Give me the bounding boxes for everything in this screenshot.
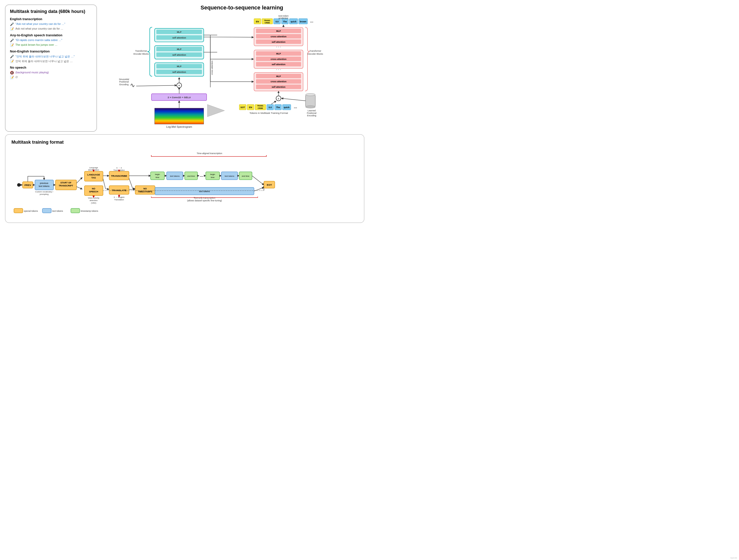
svg-rect-3 bbox=[155, 108, 203, 124]
svg-text:self attention: self attention bbox=[172, 54, 186, 56]
pencil-icon-3: 📝 bbox=[10, 59, 14, 63]
svg-rect-69 bbox=[256, 57, 301, 61]
svg-rect-16 bbox=[155, 63, 203, 76]
svg-rect-75 bbox=[256, 74, 301, 78]
svg-text:detection: detection bbox=[90, 199, 98, 201]
svg-rect-172 bbox=[185, 172, 198, 180]
non-english-row-2: 📝 언덕 위에 올라 내려다보면 너무나 넓고 넓은 … bbox=[10, 59, 92, 63]
svg-text:· · ·: · · · bbox=[177, 58, 181, 62]
bottom-title: Multitask training format bbox=[11, 140, 358, 145]
svg-marker-40 bbox=[207, 104, 225, 117]
svg-rect-61 bbox=[256, 34, 301, 38]
svg-text:special tokens: special tokens bbox=[24, 210, 38, 212]
svg-text:timestamp tokens: timestamp tokens bbox=[81, 210, 99, 212]
svg-text:Text-only transcription: Text-only transcription bbox=[194, 196, 215, 199]
svg-text:0.0: 0.0 bbox=[269, 106, 272, 109]
svg-text:cross attention: cross attention bbox=[271, 58, 287, 60]
svg-rect-59 bbox=[256, 29, 301, 33]
svg-text:Encoder Blocks: Encoder Blocks bbox=[134, 53, 149, 55]
svg-rect-199 bbox=[42, 208, 51, 213]
svg-rect-71 bbox=[256, 62, 301, 66]
seq-diagram: Log-Mel Spectrogram 2 × Conv1D + GELU + … bbox=[100, 13, 364, 132]
svg-text:MLP: MLP bbox=[276, 75, 281, 78]
svg-text:(VAD): (VAD) bbox=[91, 202, 96, 204]
svg-text:self attention: self attention bbox=[272, 41, 285, 43]
svg-line-186 bbox=[252, 176, 264, 185]
svg-text:· · ·: · · · bbox=[276, 45, 281, 49]
svg-rect-30 bbox=[156, 35, 202, 40]
svg-text:The: The bbox=[276, 106, 280, 109]
svg-text:SOT: SOT bbox=[240, 106, 245, 109]
svg-rect-105 bbox=[267, 104, 274, 110]
svg-rect-155 bbox=[135, 186, 155, 194]
svg-text:TIMESTAMPS: TIMESTAMPS bbox=[138, 190, 152, 193]
no-speech-text-1: (background music playing) bbox=[15, 71, 49, 74]
svg-line-94 bbox=[281, 99, 305, 101]
pencil-icon-2: 📝 bbox=[10, 43, 14, 47]
svg-text:MLP: MLP bbox=[177, 65, 181, 67]
svg-text:self attention: self attention bbox=[272, 86, 285, 88]
svg-rect-142 bbox=[109, 171, 129, 180]
svg-text:TRANS-: TRANS- bbox=[264, 20, 271, 21]
svg-line-159 bbox=[129, 178, 133, 189]
svg-line-133 bbox=[77, 177, 82, 183]
svg-text:text tokens: text tokens bbox=[199, 190, 210, 193]
svg-line-147 bbox=[103, 179, 105, 189]
svg-rect-91 bbox=[305, 95, 315, 107]
svg-text:EN: EN bbox=[249, 106, 252, 109]
svg-point-92 bbox=[305, 94, 315, 96]
svg-text:…: … bbox=[294, 105, 297, 109]
svg-text:START OF: START OF bbox=[60, 181, 71, 184]
svg-rect-25 bbox=[156, 52, 202, 57]
svg-rect-58 bbox=[254, 27, 303, 46]
svg-rect-43 bbox=[262, 19, 272, 24]
svg-text:Voice activity: Voice activity bbox=[88, 197, 100, 199]
left-panel: Multitask training data (680k hours) Eng… bbox=[5, 4, 97, 132]
svg-line-134 bbox=[77, 187, 82, 189]
left-panel-title: Multitask training data (680k hours) bbox=[10, 9, 92, 14]
svg-rect-201 bbox=[71, 208, 80, 213]
top-diagram-svg: Log-Mel Spectrogram 2 × Conv1D + GELU + … bbox=[100, 13, 364, 132]
svg-rect-19 bbox=[156, 69, 202, 74]
svg-text:MLP: MLP bbox=[177, 48, 181, 50]
svg-text:brown: brown bbox=[300, 20, 306, 23]
svg-text:self attention: self attention bbox=[172, 71, 186, 73]
svg-text:next-token: next-token bbox=[278, 15, 289, 17]
svg-rect-67 bbox=[256, 51, 301, 56]
svg-rect-22 bbox=[155, 45, 203, 59]
svg-rect-117 bbox=[35, 180, 54, 190]
svg-text:…: … bbox=[200, 173, 203, 177]
svg-rect-23 bbox=[156, 47, 202, 51]
svg-text:begin: begin bbox=[210, 173, 215, 175]
pencil-icon-4: 📝 bbox=[10, 76, 14, 79]
svg-text:0.0: 0.0 bbox=[275, 20, 278, 23]
bottom-section: Multitask training format PREV previous … bbox=[5, 134, 364, 223]
mic-icon-1: 🎤 bbox=[10, 22, 14, 26]
svg-text:time: time bbox=[211, 176, 215, 178]
svg-rect-121 bbox=[55, 180, 77, 190]
svg-rect-100 bbox=[247, 104, 254, 110]
svg-text:begin: begin bbox=[155, 173, 160, 175]
svg-rect-77 bbox=[256, 79, 301, 84]
svg-text:Time-aligned transcription: Time-aligned transcription bbox=[197, 152, 222, 155]
svg-text:LANGUAGE: LANGUAGE bbox=[87, 173, 100, 176]
svg-point-8 bbox=[177, 83, 182, 88]
svg-text:self attention: self attention bbox=[172, 36, 186, 39]
translation-text-1: The quick brown fox jumps over … bbox=[15, 43, 57, 46]
mute-icon: 🔇 bbox=[10, 71, 14, 75]
svg-text:Encoding: Encoding bbox=[307, 114, 316, 117]
seq-title: Sequence-to-sequence learning bbox=[109, 4, 370, 11]
top-section: Multitask training data (680k hours) Eng… bbox=[0, 0, 370, 134]
english-transcription-label: English transcription bbox=[10, 17, 92, 21]
svg-rect-181 bbox=[221, 172, 238, 180]
svg-rect-74 bbox=[254, 73, 303, 91]
flow-svg: PREV previous text tokens START OF TRANS… bbox=[11, 149, 358, 219]
svg-text:end time: end time bbox=[242, 175, 250, 177]
no-speech-text-2: ∅ bbox=[15, 76, 18, 79]
translation-label: Any-to-English speech translation bbox=[10, 33, 92, 37]
svg-rect-6 bbox=[151, 94, 206, 101]
svg-rect-27 bbox=[155, 28, 203, 42]
svg-text:TAG: TAG bbox=[91, 176, 96, 179]
svg-text:cross attention: cross attention bbox=[271, 80, 287, 83]
svg-rect-41 bbox=[254, 19, 261, 24]
